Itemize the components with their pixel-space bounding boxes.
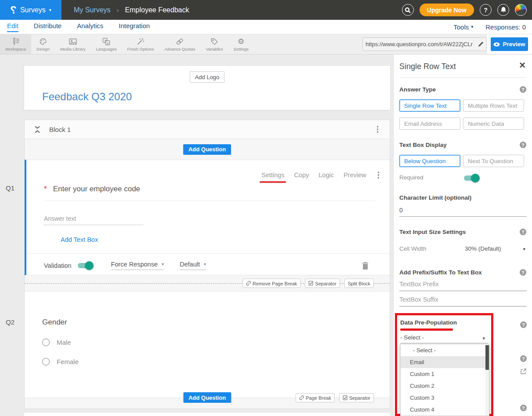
answer-type-multiple-rows[interactable]: Multiple Rows Text bbox=[463, 99, 524, 112]
add-logo-button[interactable]: Add Logo bbox=[190, 71, 225, 83]
q1-tab-copy[interactable]: Copy bbox=[294, 172, 309, 179]
question-1-card[interactable]: Settings Copy Logic Preview * Enter your… bbox=[25, 160, 390, 275]
search-button[interactable] bbox=[402, 4, 414, 16]
tab-integration[interactable]: Integration bbox=[119, 22, 150, 32]
chevron-down-icon: ▾ bbox=[49, 8, 51, 12]
cell-width-caret-icon[interactable]: ▾ bbox=[523, 246, 525, 252]
product-switcher[interactable]: ? Surveys ▾ bbox=[0, 0, 62, 20]
menu-option-email[interactable]: Email bbox=[401, 356, 489, 368]
survey-url-input[interactable] bbox=[366, 41, 478, 47]
add-text-box-link[interactable]: Add Text Box bbox=[61, 236, 98, 243]
responses-count[interactable]: Responses: 0 bbox=[485, 23, 526, 31]
notifications-button[interactable] bbox=[497, 4, 509, 16]
preview-zone: Preview bbox=[487, 34, 532, 54]
question-mark-icon: ? bbox=[484, 7, 488, 14]
toolbar-media-library[interactable]: Media Library bbox=[55, 34, 91, 54]
q1-question-text[interactable]: Enter your employee code bbox=[53, 185, 140, 193]
remove-page-break-button[interactable]: Remove Page Break bbox=[242, 279, 301, 288]
toolbar-languages[interactable]: 文A Languages bbox=[90, 34, 122, 54]
delete-question-icon[interactable] bbox=[362, 262, 369, 270]
validation-toggle[interactable] bbox=[78, 263, 93, 268]
required-asterisk-icon: * bbox=[44, 185, 47, 193]
menu-option-custom-1[interactable]: Custom 1 bbox=[401, 368, 489, 380]
select-caret-icon[interactable]: ▾ bbox=[482, 336, 485, 341]
separator-button-top[interactable]: Separator bbox=[305, 279, 340, 288]
help-button[interactable]: ? bbox=[480, 4, 492, 16]
collapse-block-icon[interactable] bbox=[34, 126, 40, 133]
tab-edit[interactable]: Edit bbox=[7, 22, 18, 32]
block-menu-kebab-icon[interactable] bbox=[375, 124, 380, 135]
block-title[interactable]: Block 1 bbox=[49, 126, 71, 133]
prefix-suffix-help-icon[interactable]: ? bbox=[520, 269, 526, 276]
textbox-display-help-icon[interactable]: ? bbox=[520, 142, 526, 148]
menu-scrollbar[interactable] bbox=[485, 344, 489, 416]
menu-option-custom-4[interactable]: Custom 4 bbox=[401, 404, 489, 416]
tab-distribute[interactable]: Distribute bbox=[34, 22, 62, 32]
page-break-button[interactable]: Page Break bbox=[296, 393, 334, 402]
q2-option-male-label[interactable]: Male bbox=[57, 339, 71, 346]
answer-type-single-row[interactable]: Single Row Text bbox=[399, 99, 460, 112]
hidden-section-help-icon-2[interactable]: ? bbox=[520, 405, 527, 411]
palette-icon bbox=[39, 37, 47, 46]
magic-wand-icon bbox=[136, 37, 145, 46]
character-limit-input[interactable] bbox=[399, 207, 527, 214]
tag-icon bbox=[210, 37, 219, 46]
add-question-button-bottom[interactable]: Add Question bbox=[183, 392, 231, 403]
menu-scrollbar-thumb[interactable] bbox=[485, 345, 489, 370]
validation-default-dropdown[interactable]: Default▾ bbox=[180, 261, 206, 270]
data-prepopulation-help-icon[interactable]: ? bbox=[520, 321, 527, 328]
toolbar-workspace[interactable]: Workspace bbox=[0, 34, 31, 54]
display-below-question[interactable]: Below Question bbox=[399, 155, 460, 167]
answer-type-help-icon[interactable]: ? bbox=[520, 86, 526, 93]
question-2-card[interactable]: Gender Male Female Add Question bbox=[25, 291, 390, 398]
preview-button[interactable]: Preview bbox=[491, 37, 528, 51]
chevron-down-icon: ▾ bbox=[204, 262, 206, 266]
toolbar-finish-options[interactable]: Finish Options bbox=[122, 34, 159, 54]
close-panel-icon[interactable]: × bbox=[519, 60, 525, 70]
q1-answer-input[interactable] bbox=[44, 215, 143, 222]
radio-button-icon[interactable] bbox=[42, 358, 50, 365]
toolbar-design[interactable]: Design bbox=[31, 34, 55, 54]
menu-option-select[interactable]: - Select - bbox=[401, 344, 489, 356]
q1-tab-preview[interactable]: Preview bbox=[344, 172, 366, 179]
force-response-dropdown[interactable]: Force Response▾ bbox=[111, 261, 164, 270]
display-next-to-question[interactable]: Next To Question bbox=[463, 155, 524, 167]
cell-width-value[interactable]: 30% (Default) bbox=[465, 245, 501, 252]
add-question-button-top[interactable]: Add Question bbox=[183, 144, 231, 155]
textbox-prefix-input[interactable] bbox=[399, 281, 527, 288]
q1-text-underline bbox=[44, 201, 376, 201]
menu-option-custom-3[interactable]: Custom 3 bbox=[401, 392, 489, 404]
panel-divider bbox=[399, 77, 526, 78]
panel-title: Single Row Text bbox=[399, 62, 456, 71]
upgrade-now-button[interactable]: Upgrade Now bbox=[420, 4, 474, 16]
hidden-section-help-icon[interactable]: ? bbox=[520, 355, 527, 362]
menu-option-custom-2[interactable]: Custom 2 bbox=[401, 380, 489, 392]
separator-button-bottom[interactable]: Separator bbox=[339, 393, 374, 402]
edit-pencil-icon[interactable] bbox=[478, 41, 484, 47]
survey-url-field[interactable] bbox=[362, 37, 487, 51]
data-prepopulation-select[interactable]: - Select - bbox=[400, 334, 424, 341]
answer-type-email[interactable]: Email Address bbox=[399, 117, 460, 130]
q1-tab-settings[interactable]: Settings bbox=[261, 172, 284, 179]
tab-analytics[interactable]: Analytics bbox=[77, 22, 103, 32]
q1-tab-logic[interactable]: Logic bbox=[318, 172, 334, 179]
toolbar-settings[interactable]: ⚙ Settings bbox=[228, 34, 253, 54]
q1-answer-textbox[interactable] bbox=[44, 215, 143, 225]
q2-question-text[interactable]: Gender bbox=[42, 292, 390, 327]
q2-gutter-label: Q2 bbox=[6, 318, 14, 326]
survey-title[interactable]: Feedback Q3 2020 bbox=[42, 91, 132, 103]
q1-menu-kebab-icon[interactable] bbox=[376, 170, 381, 180]
account-avatar[interactable] bbox=[515, 4, 527, 16]
toolbar-advance-quotas[interactable]: Advance Quotas bbox=[159, 34, 200, 54]
toolbar-variables[interactable]: Variables bbox=[201, 34, 228, 54]
textbox-suffix-input[interactable] bbox=[399, 296, 527, 303]
split-block-button[interactable]: Split Block bbox=[344, 279, 374, 288]
breadcrumb-my-surveys[interactable]: My Surveys bbox=[74, 6, 111, 14]
tools-menu[interactable]: Tools▾ bbox=[453, 23, 473, 31]
external-link-icon[interactable] bbox=[520, 368, 527, 375]
required-toggle[interactable] bbox=[464, 175, 479, 181]
radio-button-icon[interactable] bbox=[42, 339, 50, 346]
answer-type-numeric[interactable]: Numeric Data bbox=[463, 117, 524, 130]
q2-option-female-label[interactable]: Female bbox=[57, 358, 79, 365]
input-size-help-icon[interactable]: ? bbox=[520, 229, 526, 235]
